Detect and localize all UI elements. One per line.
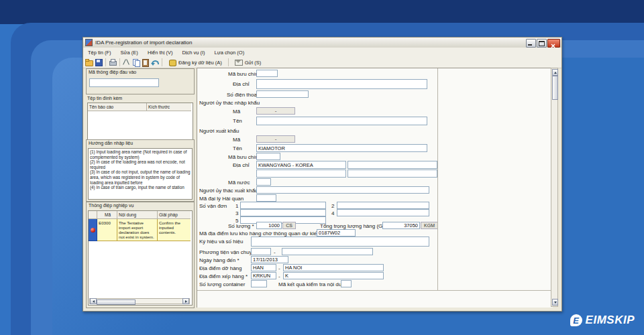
hscroll-thumb[interactable] bbox=[97, 299, 136, 305]
cut-icon[interactable] bbox=[123, 58, 131, 66]
exporter-code-field[interactable]: - bbox=[256, 135, 295, 143]
import-trustee-code-field[interactable]: - bbox=[256, 107, 295, 115]
menu-edit[interactable]: Sửa (E) bbox=[116, 48, 143, 57]
scroll-left-arrow[interactable] bbox=[90, 298, 97, 304]
import-trustee-name-label: Tên bbox=[233, 118, 242, 124]
message-row[interactable]: E0300 The Tentative import export declar… bbox=[89, 219, 192, 241]
address-label: Địa chỉ bbox=[233, 81, 249, 87]
save-icon[interactable] bbox=[95, 58, 103, 66]
vscroll-thumb[interactable] bbox=[552, 76, 558, 100]
app-window: IDA Pre-registration of import declarati… bbox=[83, 37, 562, 312]
menu-view[interactable]: Hiển thị (V) bbox=[143, 48, 178, 57]
message-solution: Confirm the inputted contents. bbox=[158, 219, 191, 241]
maximize-button[interactable] bbox=[537, 39, 547, 48]
exporter-name-field[interactable] bbox=[256, 144, 427, 152]
copy-icon[interactable] bbox=[132, 58, 140, 66]
error-icon bbox=[91, 228, 95, 232]
eimskip-logo: E EIMSKIP bbox=[570, 314, 635, 327]
bill-field-1[interactable] bbox=[240, 202, 326, 209]
row-selector-cell bbox=[89, 219, 97, 241]
phone-label: Số điện thoại bbox=[227, 92, 258, 98]
exporter-address-field-4[interactable] bbox=[347, 170, 437, 178]
container-count-field[interactable] bbox=[251, 280, 267, 287]
menu-service[interactable]: Dịch vụ (I) bbox=[177, 48, 209, 57]
export-trustee-label: Người ủy thác xuất khẩu bbox=[199, 188, 258, 194]
sidebar: Mã thông điệp đầu vào Tệp tin đính kèm T… bbox=[86, 68, 195, 307]
input-message-group: Mã thông điệp đầu vào bbox=[86, 68, 195, 94]
undo-icon[interactable] bbox=[151, 58, 159, 66]
container-count-label: Số lượng container bbox=[199, 281, 245, 287]
attachments-col-name: Tên báo cáo bbox=[88, 103, 147, 111]
transport-label: Phương tiện vận chuyển bbox=[199, 249, 258, 255]
send-button[interactable]: Gửi (S) bbox=[231, 57, 265, 68]
attachments-title: Tệp tin đính kèm bbox=[87, 96, 122, 100]
close-button[interactable] bbox=[547, 39, 560, 48]
bill-field-3[interactable] bbox=[240, 209, 326, 216]
register-data-label: Đăng ký dữ liệu (A) bbox=[178, 60, 222, 66]
bills-label: Số vận đơn bbox=[199, 203, 227, 209]
paste-icon[interactable] bbox=[142, 58, 150, 66]
marks-field[interactable] bbox=[251, 237, 429, 247]
scroll-right-arrow[interactable] bbox=[182, 298, 189, 304]
transport-name-field[interactable] bbox=[282, 248, 373, 255]
load-code-field[interactable] bbox=[251, 272, 276, 279]
transport-code-field[interactable] bbox=[251, 248, 271, 255]
load-name-field[interactable] bbox=[283, 272, 384, 279]
country-code-field[interactable] bbox=[256, 178, 271, 186]
phone-field[interactable] bbox=[256, 90, 309, 98]
export-trustee-field[interactable] bbox=[256, 186, 429, 194]
customs-agent-label: Mã đại lý Hải quan bbox=[199, 196, 244, 202]
desktop-background: IDA Pre-registration of import declarati… bbox=[0, 0, 644, 335]
messages-hscrollbar bbox=[89, 298, 190, 304]
eimskip-logo-text: EIMSKIP bbox=[586, 314, 635, 327]
country-code-label: Mã nước bbox=[228, 180, 250, 186]
title-bar[interactable]: IDA Pre-registration of import declarati… bbox=[83, 38, 561, 48]
exporter-address-field-2[interactable] bbox=[347, 161, 437, 169]
gross-weight-field[interactable] bbox=[382, 222, 420, 229]
menu-file[interactable]: Tệp tin (F) bbox=[83, 48, 116, 57]
exporter-address-field-3[interactable] bbox=[256, 170, 346, 178]
input-message-label: Mã thông điệp đầu vào bbox=[89, 70, 136, 74]
print-icon[interactable] bbox=[109, 58, 117, 66]
exporter-header: Người xuất khẩu bbox=[199, 128, 239, 134]
input-message-field[interactable] bbox=[89, 78, 159, 87]
minimize-icon bbox=[528, 44, 532, 46]
load-dash: - bbox=[278, 273, 280, 279]
open-icon[interactable] bbox=[85, 58, 93, 66]
messages-col-code: Mã bbox=[97, 211, 117, 219]
bill-field-2[interactable] bbox=[337, 202, 429, 209]
exporter-postal-field[interactable] bbox=[256, 153, 280, 160]
minimize-button[interactable] bbox=[526, 39, 536, 48]
bill-field-4[interactable] bbox=[337, 209, 429, 216]
import-trustee-code-label: Mã bbox=[233, 109, 240, 115]
toolbar: Đăng ký dữ liệu (A) Gửi (S) bbox=[83, 57, 561, 68]
database-icon bbox=[168, 58, 176, 66]
guide-box[interactable]: (1) Input loading area name (Not require… bbox=[88, 148, 193, 200]
quantity-label: Số lượng * bbox=[228, 223, 254, 229]
bill-index-2: 2 bbox=[331, 203, 334, 209]
inspection-result-field[interactable] bbox=[341, 280, 352, 287]
storage-location-field[interactable] bbox=[317, 229, 356, 237]
scroll-down-arrow[interactable] bbox=[552, 299, 558, 306]
quantity-field[interactable] bbox=[256, 222, 282, 229]
arrival-date-field[interactable] bbox=[251, 256, 288, 263]
bill-index-4: 4 bbox=[331, 210, 334, 216]
register-data-button[interactable]: Đăng ký dữ liệu (A) bbox=[165, 57, 225, 68]
app-icon bbox=[85, 39, 93, 46]
exporter-name-label: Tên bbox=[233, 145, 242, 151]
load-location-label: Địa điểm xếp hàng * bbox=[199, 273, 248, 279]
unload-dash: - bbox=[278, 265, 280, 271]
import-trustee-name-field[interactable] bbox=[256, 117, 427, 125]
menu-options[interactable]: Lựa chọn (O) bbox=[210, 48, 250, 57]
toolbar-separator bbox=[162, 58, 162, 66]
customs-agent-field[interactable] bbox=[256, 194, 276, 202]
declaration-form: Mã bưu chính Địa chỉ Số điện thoại Người… bbox=[197, 68, 553, 308]
postal-code-field[interactable] bbox=[256, 70, 278, 77]
scroll-up-arrow[interactable] bbox=[552, 69, 558, 76]
exporter-address-field-1[interactable] bbox=[256, 161, 346, 169]
unload-name-field[interactable] bbox=[283, 264, 384, 271]
unload-code-field[interactable] bbox=[251, 264, 276, 271]
message-code: E0300 bbox=[97, 219, 117, 241]
form-horizontal-divider bbox=[197, 290, 553, 291]
address-field[interactable] bbox=[256, 79, 427, 89]
